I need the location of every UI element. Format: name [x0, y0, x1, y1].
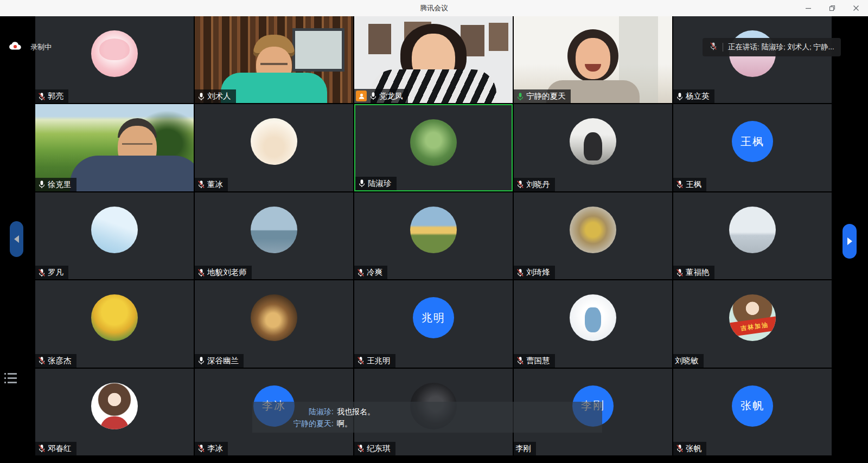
next-page-button[interactable]	[843, 224, 857, 259]
participant-tile-dimaoliu[interactable]: 地貌刘老师	[195, 192, 353, 279]
participant-name: 罗凡	[48, 267, 63, 278]
participant-avatar: 吉林加油	[729, 294, 776, 341]
participant-name-label: 纪东琪	[354, 442, 395, 455]
recording-cloud-icon	[9, 41, 22, 53]
participant-tile-liuxiaodan[interactable]: 刘晓丹	[514, 104, 672, 191]
participant-name: 张彦杰	[48, 356, 72, 366]
speaking-indicator: 正在讲话: 陆淑珍; 刘术人; 宁静...	[703, 38, 841, 56]
mic-icon	[515, 180, 525, 189]
muted-mic-icon	[709, 42, 718, 53]
participant-name-label: 党龙凤	[354, 89, 408, 103]
prev-page-button[interactable]	[10, 221, 23, 257]
mic-icon	[196, 92, 206, 101]
minimize-button[interactable]	[796, 0, 820, 16]
participant-name: 深谷幽兰	[207, 356, 239, 366]
participant-avatar	[729, 207, 776, 253]
participant-name: 董福艳	[686, 267, 710, 278]
restore-button[interactable]	[820, 0, 844, 16]
participant-tile-dongfuyan[interactable]: 董福艳	[673, 192, 832, 279]
chat-message: 宁静的夏天: 啊。	[273, 418, 602, 429]
recording-label: 录制中	[30, 42, 52, 52]
participant-tile-ningjing[interactable]: 宁静的夏天	[514, 16, 672, 103]
mic-icon	[356, 444, 365, 453]
mic-icon	[356, 268, 365, 277]
chat-message-overlay: 陆淑珍: 我也报名。 宁静的夏天: 啊。	[252, 402, 602, 433]
participant-tile-zhangyanjie[interactable]: 张彦杰	[35, 280, 194, 367]
participant-avatar-initials: 张帆	[741, 398, 764, 413]
mic-icon	[515, 356, 525, 365]
participant-name: 党龙凤	[379, 91, 403, 101]
participant-tile-yangliying[interactable]: 杨立英	[673, 16, 832, 103]
participant-name-label: 李刚	[514, 442, 536, 455]
participant-name-label: 董冰	[195, 178, 228, 191]
participant-name-label: 刘术人	[195, 89, 236, 103]
participant-name: 曹国慧	[526, 356, 550, 366]
meeting-window: 腾讯会议	[0, 0, 868, 463]
participant-tile-lushuzhen[interactable]: 陆淑珍	[354, 104, 513, 191]
mic-icon	[357, 179, 366, 188]
participant-name: 纪东琪	[367, 443, 391, 454]
participant-tile-danglongfeng[interactable]: 党龙凤	[354, 16, 513, 103]
member-list-icon[interactable]	[4, 373, 18, 386]
participant-name-label: 王兆明	[354, 354, 395, 368]
participant-name-label: 张彦杰	[35, 354, 76, 368]
participant-name-label: 王枫	[673, 178, 706, 191]
participant-name-label: 李冰	[195, 442, 228, 455]
tooltip-divider	[723, 43, 723, 52]
participant-name-label: 张帆	[673, 442, 706, 455]
participant-name: 冷爽	[367, 267, 382, 278]
participant-name-label: 地貌刘老师	[195, 266, 252, 279]
participant-avatar	[251, 294, 297, 341]
participant-avatar	[251, 207, 297, 253]
participant-name-label: 郭亮	[35, 89, 68, 103]
participant-tile-liuxiaomin[interactable]: 吉林加油 刘晓敏	[673, 280, 832, 367]
mic-icon	[196, 180, 206, 189]
participant-avatar-initials: 兆明	[422, 311, 445, 325]
participant-avatar: 兆明	[413, 297, 454, 338]
arrow-right-icon	[847, 237, 852, 245]
participant-tile-liuqifeng[interactable]: 刘琦烽	[514, 192, 672, 279]
participant-tile-guoliang[interactable]: 郭亮	[35, 16, 194, 103]
participant-tile-lengshuang[interactable]: 冷爽	[354, 192, 513, 279]
mic-icon	[196, 356, 206, 365]
chat-message: 陆淑珍: 我也报名。	[273, 406, 602, 417]
participant-tile-caoguohui[interactable]: 曹国慧	[514, 280, 672, 367]
participant-avatar	[410, 207, 457, 253]
participant-tile-zhangfan[interactable]: 张帆 张帆	[673, 369, 832, 455]
participant-name-label: 冷爽	[354, 266, 387, 279]
arrow-left-icon	[14, 235, 19, 243]
participant-tile-luofan[interactable]: 罗凡	[35, 192, 194, 279]
participant-tile-shenguyoulan[interactable]: 深谷幽兰	[195, 280, 353, 367]
mic-icon	[37, 92, 46, 101]
participant-name-label: 刘晓敏	[673, 354, 704, 368]
participant-avatar-initials: 王枫	[741, 134, 764, 149]
participant-avatar	[570, 294, 616, 341]
participant-tile-wangfeng[interactable]: 王枫 王枫	[673, 104, 832, 191]
recording-indicator: 录制中	[9, 41, 52, 53]
title-bar: 腾讯会议	[0, 0, 868, 16]
mic-icon	[368, 92, 378, 101]
participant-tile-dongbing[interactable]: 董冰	[195, 104, 353, 191]
participant-name: 地貌刘老师	[207, 267, 247, 278]
mic-icon	[37, 268, 46, 277]
participant-avatar	[570, 207, 616, 253]
mic-icon	[196, 444, 206, 453]
host-badge-icon	[356, 91, 367, 101]
participant-tile-liushuren[interactable]: 刘术人	[195, 16, 353, 103]
participant-name: 刘晓丹	[526, 179, 550, 190]
participant-tile-xukeli[interactable]: 徐克里	[35, 104, 194, 191]
participant-name: 郭亮	[48, 91, 63, 101]
close-button[interactable]	[844, 0, 868, 16]
mic-icon	[675, 444, 684, 453]
mic-icon	[37, 180, 46, 189]
participant-avatar	[91, 30, 138, 77]
mic-icon	[675, 92, 684, 101]
participant-name-label: 董福艳	[673, 266, 714, 279]
participant-name-label: 罗凡	[35, 266, 68, 279]
chat-sender: 陆淑珍:	[273, 406, 334, 417]
participant-name: 张帆	[686, 443, 701, 454]
participant-tile-wangzhaoming[interactable]: 兆明 王兆明	[354, 280, 513, 367]
mic-icon	[675, 180, 684, 189]
participant-tile-dengchunhong[interactable]: 邓春红	[35, 369, 194, 455]
mic-icon	[356, 356, 365, 365]
